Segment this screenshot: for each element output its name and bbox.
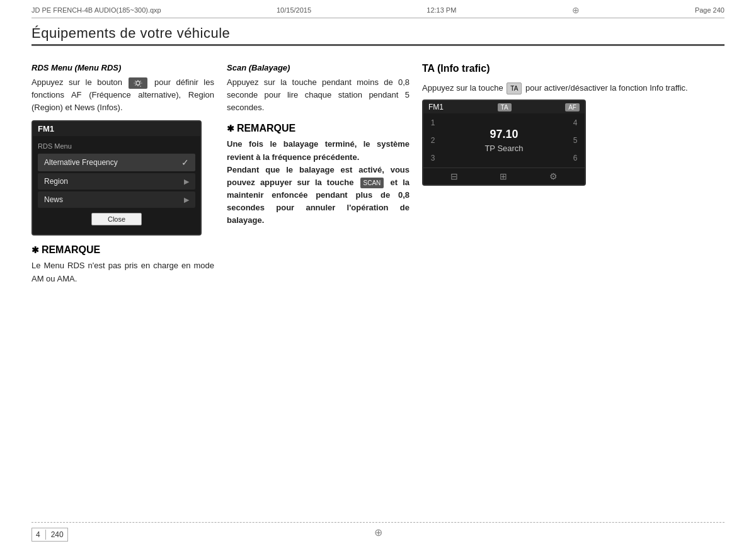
ta-num-5: 5: [569, 136, 581, 145]
scan-remark-line1: Une fois le balayage terminé, le système…: [227, 139, 410, 161]
arrow-icon-region: ▶: [184, 178, 189, 186]
scan-section-title: Scan (Balayage): [227, 63, 410, 72]
page-number-sub: 240: [51, 530, 64, 539]
rds-fm-label: FM1: [38, 124, 54, 133]
ta-num-6: 6: [569, 154, 581, 162]
rds-screen-header: FM1: [33, 122, 200, 136]
page-number-main: 4: [36, 530, 40, 539]
ta-text-before: Appuyez sur la touche: [422, 83, 503, 93]
rds-menu-item-region[interactable]: Region ▶: [38, 173, 195, 190]
ta-badge-inline: TA: [507, 82, 522, 95]
ta-num-2: 2: [427, 136, 439, 145]
top-metadata-bar: JD PE FRENCH-4B AUDIO(185~300).qxp 10/15…: [32, 5, 724, 18]
ta-search-display: TP Search: [484, 144, 523, 153]
ta-footer-icon-2: ⊞: [500, 171, 507, 181]
scan-remarque: REMARQUE Une fois le balayage terminé, l…: [227, 123, 410, 227]
page-number-box: 4 240: [32, 528, 68, 542]
scan-remarque-text: Une fois le balayage terminé, le système…: [227, 138, 410, 227]
ta-screen-ta-badge: TA: [498, 103, 512, 111]
time-label: 12:13 PM: [427, 6, 456, 14]
ta-text-after: pour activer/désactiver la fonction Info…: [525, 83, 688, 93]
ta-fm-label: FM1: [428, 103, 444, 111]
ta-screen-af-badge: AF: [565, 103, 580, 111]
rds-item-alt-freq-label: Alternative Frequency: [44, 158, 118, 167]
ta-num-3: 3: [427, 154, 439, 162]
rds-section-title: RDS Menu (Menu RDS): [32, 63, 214, 72]
ta-footer-gear-icon: ⚙: [549, 171, 558, 181]
settings-icon-btn[interactable]: [129, 77, 147, 89]
rds-menu-item-news[interactable]: News ▶: [38, 191, 195, 208]
title-underline: [32, 44, 724, 46]
rds-remarque: REMARQUE Le Menu RDS n'est pas pris en c…: [32, 244, 214, 285]
ta-body-text: Appuyez sur la touche TA pour activer/dé…: [422, 82, 724, 94]
rds-remarque-text: Le Menu RDS n'est pas pris en charge en …: [32, 259, 214, 285]
rds-screen-content: RDS Menu Alternative Frequency ✓ Region …: [33, 136, 200, 234]
ta-screen-footer: ⊟ ⊞ ⚙: [423, 168, 585, 185]
ta-center-display: 97.10 TP Search: [442, 113, 566, 168]
cross-mark-bottom: ⊕: [374, 526, 382, 538]
ta-footer-icon-1: ⊟: [450, 171, 458, 181]
left-column: RDS Menu (Menu RDS) Appuyez sur le bouto…: [32, 63, 214, 513]
rds-close-button[interactable]: Close: [91, 213, 142, 225]
right-column: TA (Info trafic) Appuyez sur la touche T…: [422, 63, 724, 513]
page-ref-label: Page 240: [695, 6, 724, 14]
ta-num-1: 1: [427, 118, 439, 127]
ta-screen-header: FM1 TA AF: [423, 101, 585, 113]
ta-num-4: 4: [569, 118, 581, 127]
rds-screen-mockup: FM1 RDS Menu Alternative Frequency ✓ Reg…: [32, 120, 202, 236]
rds-body-text: Appuyez sur le bouton pour définir les f…: [32, 76, 214, 114]
rds-menu-label: RDS Menu: [38, 140, 195, 154]
svg-point-0: [136, 81, 140, 85]
scan-badge: SCAN: [360, 178, 384, 189]
scan-body-text: Appuyez sur la touche pendant moins de 0…: [227, 76, 410, 114]
scan-remarque-title: REMARQUE: [227, 123, 410, 134]
page-divider: [45, 530, 46, 540]
ta-numbers-left: 1 2 3: [423, 113, 442, 168]
rds-item-region-label: Region: [44, 177, 68, 186]
ta-numbers-right: 4 5 6: [566, 113, 585, 168]
ta-section-title: TA (Info trafic): [422, 63, 724, 74]
cross-mark-top: ⊕: [572, 5, 580, 15]
rds-remarque-title: REMARQUE: [32, 244, 214, 256]
rds-item-news-label: News: [44, 195, 63, 204]
ta-screen-body: 1 2 3 97.10 TP Search 4 5 6: [423, 113, 585, 168]
page-title-section: Équipements de votre véhicule: [32, 25, 724, 46]
rds-menu-item-alt-freq[interactable]: Alternative Frequency ✓: [38, 154, 195, 171]
ta-screen-mockup: FM1 TA AF 1 2 3 97.10 TP Search 4 5: [422, 99, 586, 186]
filename-label: JD PE FRENCH-4B AUDIO(185~300).qxp: [32, 6, 161, 14]
content-area: RDS Menu (Menu RDS) Appuyez sur le bouto…: [32, 63, 724, 513]
ta-frequency-display: 97.10: [490, 128, 518, 141]
mid-column: Scan (Balayage) Appuyez sur la touche pe…: [227, 63, 410, 513]
date-label: 10/15/2015: [277, 6, 311, 14]
rds-text-before: Appuyez sur le bouton: [32, 77, 122, 87]
page-title: Équipements de votre véhicule: [32, 25, 724, 42]
checkmark-icon: ✓: [181, 157, 189, 168]
arrow-icon-news: ▶: [184, 196, 189, 204]
